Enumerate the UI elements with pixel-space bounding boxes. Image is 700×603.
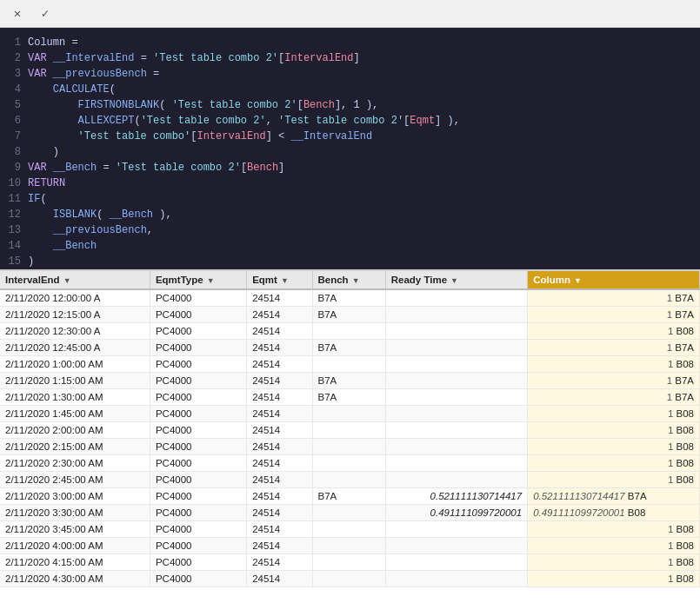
cell-eqmttype: PC4000 (150, 307, 246, 323)
cell-bench (312, 356, 385, 373)
cell-bench (312, 521, 385, 538)
cell-column: 0.491111099720001 B08 (528, 505, 700, 521)
cell-eqmttype: PC4000 (150, 340, 246, 356)
table-row: 2/11/2020 2:45:00 AMPC4000245141 B08 (0, 472, 700, 488)
cell-intervalend: 2/11/2020 4:15:00 AM (0, 554, 150, 571)
cell-bench: B7A (312, 307, 385, 323)
cell-intervalend: 2/11/2020 4:00:00 AM (0, 538, 150, 554)
cell-readytime (385, 455, 527, 472)
cell-bench (312, 554, 385, 571)
cell-eqmttype: PC4000 (150, 488, 246, 505)
table-row: 2/11/2020 3:30:00 AMPC4000245140.4911110… (0, 505, 700, 521)
table-row: 2/11/2020 1:45:00 AMPC4000245141 B08 (0, 406, 700, 422)
cell-intervalend: 2/11/2020 12:30:00 A (0, 323, 150, 340)
cell-column: 0.521111130714417 B7A (528, 488, 700, 505)
data-table: IntervalEnd▼EqmtType▼Eqmt▼Bench▼Ready Ti… (0, 271, 700, 587)
cell-column: 1 B7A (528, 373, 700, 389)
table-header: IntervalEnd▼EqmtType▼Eqmt▼Bench▼Ready Ti… (0, 271, 700, 289)
cell-eqmt: 24514 (247, 505, 312, 521)
table-row: 2/11/2020 2:30:00 AMPC4000245141 B08 (0, 455, 700, 472)
table-row: 2/11/2020 12:45:00 APC400024514B7A1 B7A (0, 340, 700, 356)
header-intervalend[interactable]: IntervalEnd▼ (0, 271, 150, 289)
cell-eqmttype: PC4000 (150, 472, 246, 488)
cell-eqmttype: PC4000 (150, 505, 246, 521)
cell-bench (312, 472, 385, 488)
cell-eqmt: 24514 (247, 439, 312, 455)
header-eqmt[interactable]: Eqmt▼ (247, 271, 312, 289)
cell-intervalend: 2/11/2020 1:45:00 AM (0, 406, 150, 422)
filter-icon[interactable]: ▼ (574, 276, 582, 285)
cell-intervalend: 2/11/2020 1:15:00 AM (0, 373, 150, 389)
cell-intervalend: 2/11/2020 2:00:00 AM (0, 422, 150, 439)
cell-readytime (385, 389, 527, 406)
code-content[interactable]: Column = VAR __IntervalEnd = 'Test table… (24, 28, 700, 269)
cell-column: 1 B08 (528, 406, 700, 422)
filter-icon[interactable]: ▼ (450, 276, 458, 285)
cell-intervalend: 2/11/2020 2:30:00 AM (0, 455, 150, 472)
cell-column: 1 B08 (528, 455, 700, 472)
cell-eqmttype: PC4000 (150, 554, 246, 571)
cell-readytime: 0.521111130714417 (385, 488, 527, 505)
cell-bench: B7A (312, 373, 385, 389)
filter-icon[interactable]: ▼ (207, 276, 215, 285)
cell-column: 1 B7A (528, 307, 700, 323)
table-row: 2/11/2020 3:00:00 AMPC400024514B7A0.5211… (0, 488, 700, 505)
filter-icon[interactable]: ▼ (352, 276, 360, 285)
cell-column: 1 B08 (528, 521, 700, 538)
table-row: 2/11/2020 3:45:00 AMPC4000245141 B08 (0, 521, 700, 538)
cell-bench (312, 323, 385, 340)
cell-eqmt: 24514 (247, 389, 312, 406)
header-bench[interactable]: Bench▼ (312, 271, 385, 289)
code-editor: 123456789101112131415 Column = VAR __Int… (0, 28, 700, 269)
cell-column: 1 B08 (528, 554, 700, 571)
line-numbers: 123456789101112131415 (0, 28, 24, 269)
cell-readytime (385, 422, 527, 439)
cell-eqmttype: PC4000 (150, 538, 246, 554)
cell-bench (312, 571, 385, 587)
cell-intervalend: 2/11/2020 4:30:00 AM (0, 571, 150, 587)
filter-icon[interactable]: ▼ (281, 276, 289, 285)
cell-bench (312, 422, 385, 439)
table-row: 2/11/2020 4:00:00 AMPC4000245141 B08 (0, 538, 700, 554)
cell-intervalend: 2/11/2020 3:45:00 AM (0, 521, 150, 538)
table-body: 2/11/2020 12:00:00 APC400024514B7A1 B7A2… (0, 289, 700, 587)
cell-eqmt: 24514 (247, 373, 312, 389)
cell-eqmt: 24514 (247, 323, 312, 340)
cell-eqmt: 24514 (247, 289, 312, 307)
cell-column: 1 B08 (528, 323, 700, 340)
cell-readytime: 0.491111099720001 (385, 505, 527, 521)
cell-readytime (385, 289, 527, 307)
cell-eqmttype: PC4000 (150, 289, 246, 307)
cell-eqmt: 24514 (247, 554, 312, 571)
header-readytime[interactable]: Ready Time▼ (385, 271, 527, 289)
cell-column: 1 B7A (528, 389, 700, 406)
cell-column: 1 B08 (528, 439, 700, 455)
cell-bench (312, 455, 385, 472)
header-column[interactable]: Column▼ (528, 271, 700, 289)
cell-intervalend: 2/11/2020 12:15:00 A (0, 307, 150, 323)
cell-bench: B7A (312, 289, 385, 307)
table-row: 2/11/2020 4:30:00 AMPC4000245141 B08 (0, 571, 700, 587)
filter-icon[interactable]: ▼ (63, 276, 71, 285)
cell-bench (312, 538, 385, 554)
header-eqmttype[interactable]: EqmtType▼ (150, 271, 246, 289)
table-row: 2/11/2020 1:00:00 AMPC4000245141 B08 (0, 356, 700, 373)
close-button[interactable]: ✕ (7, 3, 28, 24)
cell-eqmttype: PC4000 (150, 422, 246, 439)
cell-readytime (385, 538, 527, 554)
table-row: 2/11/2020 12:30:00 APC4000245141 B08 (0, 323, 700, 340)
cell-intervalend: 2/11/2020 3:00:00 AM (0, 488, 150, 505)
cell-readytime (385, 356, 527, 373)
cell-eqmttype: PC4000 (150, 323, 246, 340)
cell-readytime (385, 554, 527, 571)
table-row: 2/11/2020 12:15:00 APC400024514B7A1 B7A (0, 307, 700, 323)
cell-readytime (385, 340, 527, 356)
cell-eqmt: 24514 (247, 521, 312, 538)
cell-bench (312, 406, 385, 422)
cell-eqmttype: PC4000 (150, 406, 246, 422)
confirm-button[interactable]: ✓ (35, 3, 56, 24)
cell-column: 1 B7A (528, 340, 700, 356)
cell-eqmt: 24514 (247, 455, 312, 472)
cell-intervalend: 2/11/2020 1:30:00 AM (0, 389, 150, 406)
cell-eqmt: 24514 (247, 472, 312, 488)
